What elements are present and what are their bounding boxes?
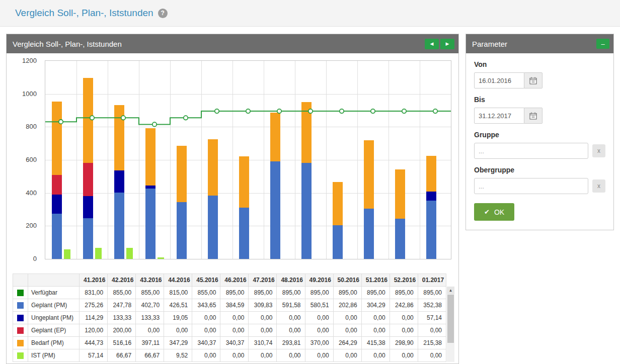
von-label: Von (474, 60, 605, 68)
line-marker (152, 122, 157, 126)
bar-segment (83, 78, 93, 163)
table-cell: 0,00 (192, 324, 220, 337)
legend-swatch-cell (13, 312, 28, 324)
table-cell: 293,81 (277, 337, 305, 349)
bis-label: Bis (474, 96, 605, 104)
legend-swatch (17, 352, 24, 359)
check-icon: ✔ (484, 208, 490, 216)
obergruppe-clear-button[interactable]: x (592, 179, 605, 193)
row-label: Geplant (EP) (28, 324, 80, 337)
legend-swatch-cell (13, 299, 28, 312)
table-cell: 855,00 (108, 287, 136, 299)
gridline-horizontal (45, 94, 451, 95)
bar-segment (426, 156, 436, 192)
next-arrow-button[interactable]: ▶ (440, 39, 454, 49)
bis-date-input[interactable] (474, 108, 524, 124)
help-icon[interactable]: ? (158, 9, 168, 18)
von-input-group (474, 72, 605, 88)
table-cell: 0,00 (192, 349, 220, 362)
bar-segment (239, 156, 249, 208)
table-row: Geplant (PM)275,26247,78402,70426,51343,… (13, 299, 446, 312)
table-cell: 0,00 (390, 349, 418, 362)
table-cell: 133,33 (136, 312, 164, 324)
bar-segment (208, 196, 218, 259)
gruppe-label: Gruppe (474, 131, 605, 139)
legend-swatch (17, 315, 24, 321)
table-cell: 0,00 (333, 312, 361, 324)
table-cell: 0,00 (136, 324, 164, 337)
table-cell: 0,00 (220, 349, 249, 362)
table-cell: 384,59 (220, 299, 249, 312)
von-calendar-button[interactable] (524, 72, 542, 88)
table-cell: 895,00 (361, 287, 390, 299)
table-cell: 0,00 (164, 324, 192, 337)
table-cell: 0,00 (249, 312, 277, 324)
table-cell: 309,83 (249, 299, 277, 312)
obergruppe-input-group: x (474, 178, 605, 194)
table-cell: 0,00 (333, 349, 361, 362)
table-cell: 370,00 (305, 337, 333, 349)
table-cell: 275,26 (80, 299, 108, 312)
row-label: Bedarf (PM) (28, 337, 80, 349)
table-cell: 264,29 (333, 337, 361, 349)
row-label: Geplant (PM) (28, 299, 80, 312)
gruppe-input[interactable] (474, 143, 588, 159)
bar-segment (239, 208, 249, 259)
y-axis-label: 0 (33, 255, 37, 262)
table-cell: 516,16 (108, 337, 136, 349)
bar-segment (177, 146, 187, 202)
von-date-input[interactable] (474, 72, 524, 88)
column-header: 43.2016 (136, 274, 164, 287)
row-label: Verfügbar (28, 287, 80, 299)
gridline-vertical (201, 61, 202, 259)
table-cell: 0,00 (361, 349, 390, 362)
bar-segment (145, 189, 156, 259)
gridline-vertical (76, 61, 77, 259)
bar-segment (52, 175, 62, 195)
table-cell: 402,70 (136, 299, 164, 312)
plot-area (45, 60, 451, 259)
main-content: Vergleich Soll-, Plan-, Iststunden ◀ ▶ 0… (0, 27, 620, 364)
table-scrollbar[interactable]: ▲ (447, 287, 454, 362)
ist-bar (95, 248, 102, 259)
bar-segment (426, 201, 436, 259)
line-marker (340, 109, 344, 113)
table-cell: 0,00 (249, 324, 277, 337)
scrollbar-thumb[interactable] (447, 295, 454, 343)
table-cell: 895,00 (333, 287, 361, 299)
table-cell: 0,00 (418, 324, 446, 337)
table-cell: 57,14 (80, 349, 108, 362)
bar-segment (52, 102, 62, 175)
collapse-minus-button[interactable]: – (596, 39, 609, 49)
bar-segment (395, 219, 405, 259)
chart-title: Vergleich Soll-, Plan-, Iststunden (13, 40, 122, 48)
bar-segment (270, 113, 280, 161)
column-header: 48.2016 (277, 274, 305, 287)
table-cell: 0,00 (418, 349, 446, 362)
scroll-up-icon[interactable]: ▲ (447, 287, 454, 294)
table-row: Geplant (EP)120,00200,000,000,000,000,00… (13, 324, 446, 337)
bar-segment (114, 105, 124, 170)
bis-calendar-button[interactable] (524, 108, 542, 124)
gridline-vertical (389, 61, 389, 259)
bar-segment (52, 195, 62, 214)
gridline-vertical (170, 61, 171, 259)
table-cell: 340,37 (192, 337, 220, 349)
table-cell: 415,38 (361, 337, 390, 349)
bar-segment (83, 196, 93, 218)
obergruppe-input[interactable] (474, 178, 588, 194)
ok-button[interactable]: ✔ OK (474, 203, 514, 221)
table-cell: 347,29 (164, 337, 192, 349)
prev-arrow-button[interactable]: ◀ (425, 39, 439, 49)
table-cell: 0,00 (305, 349, 333, 362)
table-cell: 19,05 (164, 312, 192, 324)
gridline-vertical (264, 61, 264, 259)
gruppe-clear-button[interactable]: x (592, 144, 605, 157)
table-cell: 9,52 (164, 349, 192, 362)
gridline-vertical (108, 61, 108, 259)
table-cell: 340,37 (220, 337, 249, 349)
table-cell: 0,00 (390, 312, 418, 324)
gridline-vertical (357, 61, 358, 259)
table-cell: 895,00 (277, 287, 305, 299)
y-axis-label: 1200 (22, 57, 37, 64)
